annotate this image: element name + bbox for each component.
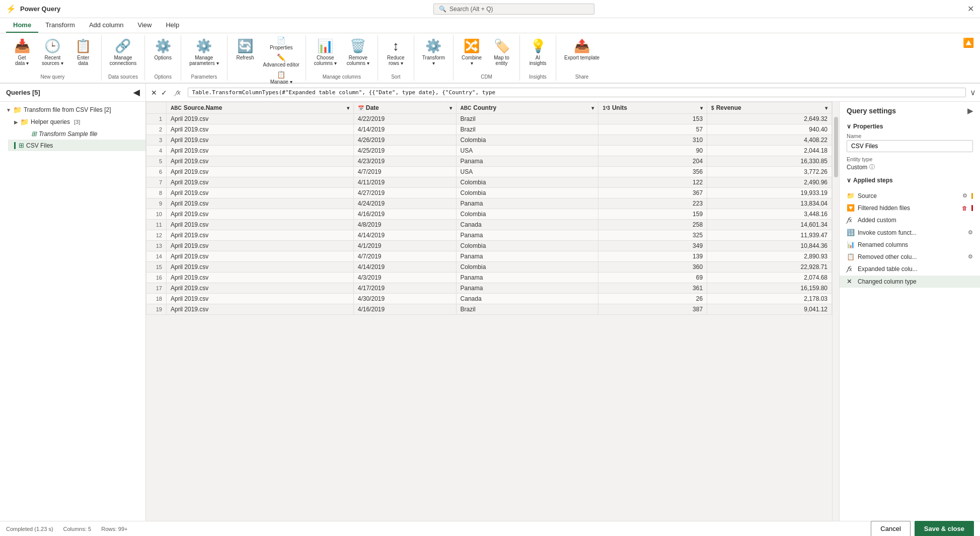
table-row[interactable]: 19April 2019.csv4/16/2019Brazil3879,041.… <box>146 304 832 315</box>
step-changed-type[interactable]: ✕ Changed column type <box>840 276 980 288</box>
tab-view[interactable]: View <box>131 18 159 33</box>
col-header-units[interactable]: 1²3 Units ▾ <box>598 102 707 114</box>
step-renamed[interactable]: 📊 Renamed columns <box>847 239 973 251</box>
ribbon-collapse-button[interactable]: 🔼 <box>963 37 974 48</box>
table-row[interactable]: 16April 2019.csv4/3/2019Panama692,074.68 <box>146 273 832 283</box>
sidebar-item-helper-queries[interactable]: ▶ 📁 Helper queries [3] <box>8 116 145 128</box>
col-header-source-name[interactable]: ABC Source.Name ▾ <box>167 102 354 114</box>
options-button[interactable]: ⚙️ Options <box>149 35 177 63</box>
sidebar-item-transform-file[interactable]: ▼ 📁 Transform file from CSV Files [2] <box>0 104 145 116</box>
step-removed-gear-icon[interactable]: ⚙ <box>968 253 973 260</box>
get-data-button[interactable]: 📥 Getdata ▾ <box>8 35 36 69</box>
table-row[interactable]: 8April 2019.csv4/27/2019Colombia36719,93… <box>146 188 832 198</box>
transform-button[interactable]: ⚙️ Transform▾ <box>418 35 449 69</box>
table-cell: Colombia <box>456 135 598 146</box>
col-header-country[interactable]: ABC Country ▾ <box>456 102 598 114</box>
options-group-label: Options <box>149 73 177 81</box>
ai-insights-button[interactable]: 💡 AIinsights <box>524 35 552 69</box>
ai-insights-label: AIinsights <box>530 55 547 66</box>
query-settings-title: Query settings <box>847 107 896 115</box>
table-row[interactable]: 5April 2019.csv4/23/2019Panama20416,330.… <box>146 156 832 167</box>
table-row[interactable]: 17April 2019.csv4/17/2019Panama36116,159… <box>146 283 832 294</box>
refresh-button[interactable]: 🔄 Refresh <box>232 35 259 63</box>
table-row[interactable]: 9April 2019.csv4/24/2019Panama22313,834.… <box>146 198 832 209</box>
step-expanded[interactable]: 𝑓x Expanded table colu... <box>847 263 973 276</box>
table-cell: 159 <box>598 209 707 220</box>
step-added-custom[interactable]: 𝑓x Added custom <box>847 214 973 227</box>
properties-button[interactable]: 📄 Properties <box>261 35 301 51</box>
tab-transform[interactable]: Transform <box>38 18 82 33</box>
revenue-filter-icon[interactable]: ▾ <box>825 105 827 111</box>
step-filtered-hidden[interactable]: 🔽 Filtered hidden files 🗑 <box>847 202 973 214</box>
step-renamed-icon: 📊 <box>847 241 855 248</box>
remove-columns-button[interactable]: 🗑️ Removecolumns ▾ <box>343 35 373 69</box>
manage-parameters-button[interactable]: ⚙️ Manageparameters ▾ <box>185 35 222 69</box>
sidebar-collapse-button[interactable]: ◀ <box>133 88 139 97</box>
tab-add-column[interactable]: Add column <box>82 18 131 33</box>
formula-check-icon[interactable]: ✓ <box>160 88 168 98</box>
tab-home[interactable]: Home <box>6 18 38 33</box>
step-filtered-delete-icon[interactable]: 🗑 <box>962 205 967 211</box>
refresh-icon: 🔄 <box>237 38 253 54</box>
table-row[interactable]: 11April 2019.csv4/8/2019Canada25814,601.… <box>146 220 832 230</box>
col-header-revenue[interactable]: $ Revenue ▾ <box>707 102 832 114</box>
transform-group-label <box>418 79 449 81</box>
units-filter-icon[interactable]: ▾ <box>700 105 703 111</box>
recent-sources-button[interactable]: 🕒 Recentsources ▾ <box>38 35 67 69</box>
data-table-container[interactable]: ABC Source.Name ▾ 📅 Date ▾ <box>146 102 832 521</box>
advanced-editor-icon: ✏️ <box>277 53 285 61</box>
info-icon[interactable]: ⓘ <box>869 163 875 171</box>
col-header-date[interactable]: 📅 Date ▾ <box>353 102 456 114</box>
table-row[interactable]: 4April 2019.csv4/25/2019USA902,044.18 <box>146 146 832 156</box>
step-invoke-custom[interactable]: 🔢 Invoke custom funct... ⚙ <box>847 227 973 239</box>
scroll-thumb[interactable] <box>834 117 838 177</box>
query-settings-expand-icon[interactable]: ▶ <box>967 107 973 115</box>
table-row[interactable]: 7April 2019.csv4/11/2019Colombia1222,490… <box>146 177 832 188</box>
vertical-scrollbar[interactable] <box>832 102 839 521</box>
table-row[interactable]: 2April 2019.csv4/14/2019Brazil57940.40 <box>146 124 832 135</box>
country-filter-icon[interactable]: ▾ <box>591 105 594 111</box>
formula-input[interactable] <box>188 88 966 97</box>
table-row[interactable]: 14April 2019.csv4/7/2019Panama1392,890.9… <box>146 251 832 262</box>
save-close-button[interactable]: Save & close <box>915 521 974 536</box>
name-input[interactable] <box>847 140 973 152</box>
table-row[interactable]: 15April 2019.csv4/14/2019Colombia36022,9… <box>146 262 832 273</box>
close-button[interactable]: ✕ <box>967 4 974 14</box>
advanced-editor-button[interactable]: ✏️ Advanced editor <box>261 52 301 69</box>
table-cell: April 2019.csv <box>167 188 354 198</box>
step-invoke-gear-icon[interactable]: ⚙ <box>968 229 973 236</box>
table-cell: 11,939.47 <box>707 230 832 241</box>
formula-delete-icon[interactable]: ✕ <box>150 88 158 98</box>
search-bar[interactable]: 🔍 Search (Alt + Q) <box>433 4 594 15</box>
remove-columns-label: Removecolumns ▾ <box>347 55 369 66</box>
table-cell: 4/14/2019 <box>353 262 456 273</box>
step-source-gear-icon[interactable]: ⚙ <box>962 192 967 199</box>
map-to-entity-button[interactable]: 🏷️ Map toentity <box>488 35 515 69</box>
cancel-button[interactable]: Cancel <box>871 521 910 536</box>
formula-expand-icon[interactable]: ∨ <box>970 88 976 97</box>
table-row[interactable]: 18April 2019.csv4/30/2019Canada262,178.0… <box>146 294 832 304</box>
table-row[interactable]: 10April 2019.csv4/16/2019Colombia1593,44… <box>146 209 832 220</box>
table-row[interactable]: 13April 2019.csv4/1/2019Colombia34910,84… <box>146 241 832 251</box>
reduce-rows-button[interactable]: ↕️ Reducerows ▾ <box>382 35 410 69</box>
choose-columns-button[interactable]: 📊 Choosecolumns ▾ <box>310 35 341 69</box>
export-template-icon: 📤 <box>574 38 590 54</box>
sidebar-item-csv-files[interactable]: ⊞ CSV Files <box>8 140 145 151</box>
combine-button[interactable]: 🔀 Combine▾ <box>458 35 486 69</box>
export-template-button[interactable]: 📤 Export template <box>560 35 604 63</box>
step-removed-other[interactable]: 📋 Removed other colu... ⚙ <box>847 251 973 263</box>
date-filter-icon[interactable]: ▾ <box>449 105 452 111</box>
table-row[interactable]: 12April 2019.csv4/14/2019Panama32511,939… <box>146 230 832 241</box>
source-name-filter-icon[interactable]: ▾ <box>347 105 349 111</box>
options-label: Options <box>154 55 171 60</box>
table-row[interactable]: 1April 2019.csv4/22/2019Brazil1532,649.3… <box>146 114 832 124</box>
table-cell: 57 <box>598 124 707 135</box>
step-source[interactable]: 📁 Source ⚙ <box>847 190 973 202</box>
table-cell: 4/27/2019 <box>353 188 456 198</box>
table-row[interactable]: 3April 2019.csv4/26/2019Colombia3104,408… <box>146 135 832 146</box>
table-row[interactable]: 6April 2019.csv4/7/2019USA3563,772.26 <box>146 167 832 177</box>
sidebar-item-transform-sample[interactable]: ⊞ Transform Sample file <box>16 128 145 140</box>
manage-connections-button[interactable]: 🔗 Manageconnections <box>106 35 140 69</box>
enter-data-button[interactable]: 📋 Enterdata <box>69 35 97 69</box>
tab-help[interactable]: Help <box>159 18 186 33</box>
